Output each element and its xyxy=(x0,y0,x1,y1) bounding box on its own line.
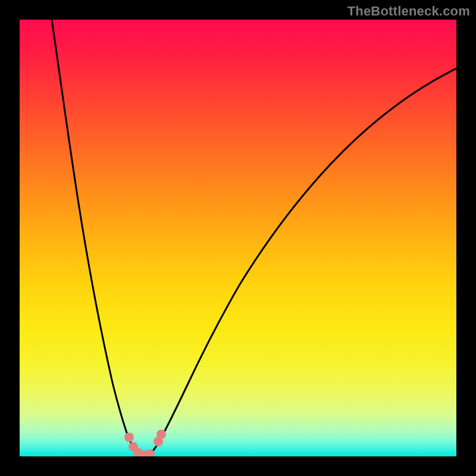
marker-dot xyxy=(124,433,134,442)
chart-frame: TheBottleneck.com xyxy=(0,0,476,476)
left-curve xyxy=(52,20,149,456)
curve-overlay xyxy=(20,20,456,456)
attribution-watermark: TheBottleneck.com xyxy=(347,4,470,19)
marker-group xyxy=(124,430,166,456)
right-curve xyxy=(149,68,456,455)
marker-dot xyxy=(156,430,166,439)
plot-area xyxy=(20,20,456,456)
